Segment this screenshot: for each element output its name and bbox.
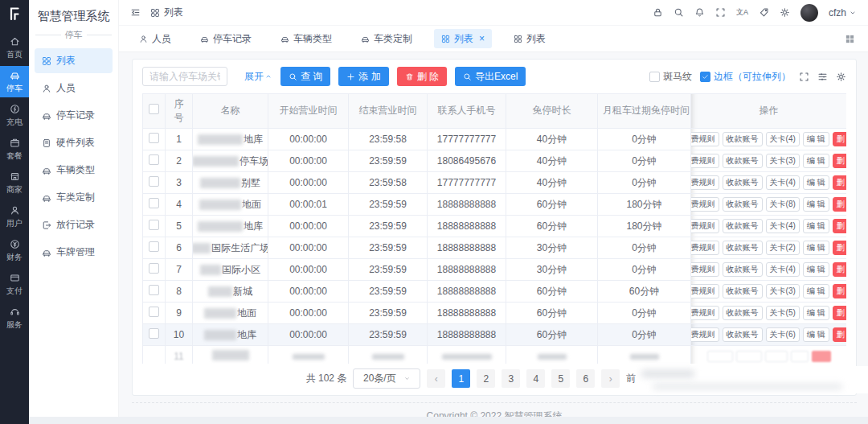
payment-account-button[interactable]: 收款账号	[723, 284, 763, 298]
export-excel-button[interactable]: 导出Excel	[455, 67, 526, 86]
gates-button[interactable]: 关卡(4)	[766, 132, 800, 146]
translate-icon[interactable]: 文A	[736, 9, 748, 16]
lock-icon[interactable]	[653, 7, 663, 18]
fee-rules-button[interactable]: 收费规则	[691, 175, 719, 190]
rail-item-users[interactable]: 用户	[0, 201, 29, 233]
tab-vehicle-custom[interactable]: 车类定制	[354, 29, 420, 48]
delete-button[interactable]: 删 除	[397, 67, 447, 86]
payment-account-button[interactable]: 收款账号	[723, 175, 763, 190]
row-delete-button[interactable]: 删 除	[833, 132, 846, 146]
page-button-6[interactable]: 6	[576, 369, 595, 388]
zebra-checkbox[interactable]: 斑马纹	[649, 70, 692, 84]
rail-item-merchants[interactable]: 商家	[0, 167, 29, 199]
next-page-button[interactable]: ›	[601, 369, 620, 388]
payment-account-button[interactable]: 收款账号	[723, 132, 763, 146]
fee-rules-button[interactable]: 收费规则	[691, 262, 719, 277]
rail-item-finance[interactable]: 财务	[0, 235, 29, 266]
row-checkbox[interactable]	[149, 198, 159, 208]
page-button-2[interactable]: 2	[477, 369, 495, 388]
row-delete-button[interactable]: 删 除	[833, 306, 846, 320]
page-button-3[interactable]: 3	[502, 369, 520, 388]
tab-close-icon[interactable]: ×	[479, 34, 485, 43]
gates-button[interactable]: 关卡(6)	[766, 327, 800, 342]
payment-account-button[interactable]: 收款账号	[723, 197, 763, 212]
sidebar-item-release-records[interactable]: 放行记录	[35, 212, 113, 237]
edit-button[interactable]: 编 辑	[803, 175, 829, 190]
payment-account-button[interactable]: 收款账号	[723, 154, 763, 168]
tab-menu-icon[interactable]	[845, 34, 855, 44]
bell-icon[interactable]	[694, 7, 705, 18]
gates-button[interactable]: 关卡(8)	[766, 197, 800, 212]
row-checkbox[interactable]	[149, 133, 159, 143]
gates-button[interactable]: 关卡(3)	[766, 284, 800, 298]
row-checkbox[interactable]	[149, 285, 159, 295]
gates-button[interactable]: 关卡(4)	[766, 262, 800, 277]
edit-button[interactable]: 编 辑	[803, 284, 829, 298]
gates-button[interactable]: 关卡(3)	[766, 154, 800, 168]
tab-parking-records[interactable]: 停车记录	[193, 29, 259, 48]
edit-button[interactable]: 编 辑	[803, 219, 829, 233]
rail-item-charging[interactable]: 充电	[0, 100, 29, 131]
settings-icon[interactable]	[780, 7, 790, 18]
fee-rules-button[interactable]: 收费规则	[691, 197, 719, 212]
gates-button[interactable]: 关卡(4)	[766, 219, 800, 233]
search-input[interactable]	[142, 67, 227, 86]
add-button[interactable]: 添 加	[338, 67, 388, 86]
row-delete-button[interactable]: 删 除	[833, 197, 846, 212]
fee-rules-button[interactable]: 收费规则	[691, 132, 719, 146]
row-delete-button[interactable]: 删 除	[833, 219, 846, 233]
app-logo[interactable]	[0, 0, 29, 27]
fee-rules-button[interactable]: 收费规则	[691, 241, 719, 255]
edit-button[interactable]: 编 辑	[803, 241, 829, 255]
fullscreen-icon[interactable]	[715, 7, 726, 18]
rail-item-packages[interactable]: 套餐	[0, 134, 29, 165]
page-button-1[interactable]: 1	[452, 369, 470, 388]
edit-button[interactable]: 编 辑	[803, 327, 829, 342]
row-delete-button[interactable]: 删 除	[833, 154, 846, 168]
tab-staff[interactable]: 人员	[132, 29, 178, 48]
prev-page-button[interactable]: ‹	[427, 369, 445, 388]
rail-item-parking[interactable]: 停车	[0, 66, 29, 97]
column-settings-icon[interactable]	[817, 72, 828, 82]
payment-account-button[interactable]: 收款账号	[723, 219, 763, 233]
payment-account-button[interactable]: 收款账号	[723, 241, 763, 255]
sidebar-item-staff[interactable]: 人员	[35, 76, 113, 101]
gates-button[interactable]: 关卡(4)	[766, 175, 800, 190]
row-delete-button[interactable]: 删 除	[833, 241, 846, 255]
sidebar-item-hardware-list[interactable]: 硬件列表	[35, 130, 113, 155]
border-checkbox[interactable]: 边框（可拉伸列）	[700, 70, 791, 84]
page-button-4[interactable]: 4	[526, 369, 545, 388]
tab-list-2[interactable]: 列表	[506, 29, 553, 48]
user-menu[interactable]: cfzh	[829, 7, 857, 19]
search-icon[interactable]	[674, 7, 684, 18]
payment-account-button[interactable]: 收款账号	[723, 306, 763, 320]
edit-button[interactable]: 编 辑	[803, 154, 829, 168]
sidebar-item-parking-records[interactable]: 停车记录	[35, 103, 113, 128]
payment-account-button[interactable]: 收款账号	[723, 262, 763, 277]
sidebar-item-plate-management[interactable]: 车牌管理	[35, 240, 113, 265]
row-checkbox[interactable]	[149, 176, 159, 187]
gates-button[interactable]: 关卡(2)	[766, 241, 800, 255]
sidebar-item-vehicle-custom[interactable]: 车类定制	[35, 185, 113, 210]
gear-icon[interactable]	[836, 72, 846, 82]
row-checkbox[interactable]	[149, 241, 159, 252]
avatar[interactable]	[800, 4, 818, 22]
row-delete-button[interactable]: 删 除	[833, 327, 846, 342]
edit-button[interactable]: 编 辑	[803, 132, 829, 146]
edit-button[interactable]: 编 辑	[803, 197, 829, 212]
fee-rules-button[interactable]: 收费规则	[691, 219, 719, 233]
sidebar-item-list[interactable]: 列表	[35, 48, 113, 73]
row-delete-button[interactable]: 删 除	[833, 175, 846, 190]
row-delete-button[interactable]: 删 除	[833, 284, 846, 298]
row-checkbox[interactable]	[149, 154, 159, 165]
page-size-select[interactable]: 20条/页	[353, 368, 420, 389]
payment-account-button[interactable]: 收款账号	[723, 327, 763, 342]
theme-icon[interactable]	[759, 7, 769, 18]
gates-button[interactable]: 关卡(5)	[766, 306, 800, 320]
row-checkbox[interactable]	[149, 328, 159, 339]
edit-button[interactable]: 编 辑	[803, 262, 829, 277]
edit-button[interactable]: 编 辑	[803, 306, 829, 320]
row-checkbox[interactable]	[149, 307, 159, 317]
fee-rules-button[interactable]: 收费规则	[691, 154, 719, 168]
rail-item-home[interactable]: 首页	[0, 32, 29, 64]
